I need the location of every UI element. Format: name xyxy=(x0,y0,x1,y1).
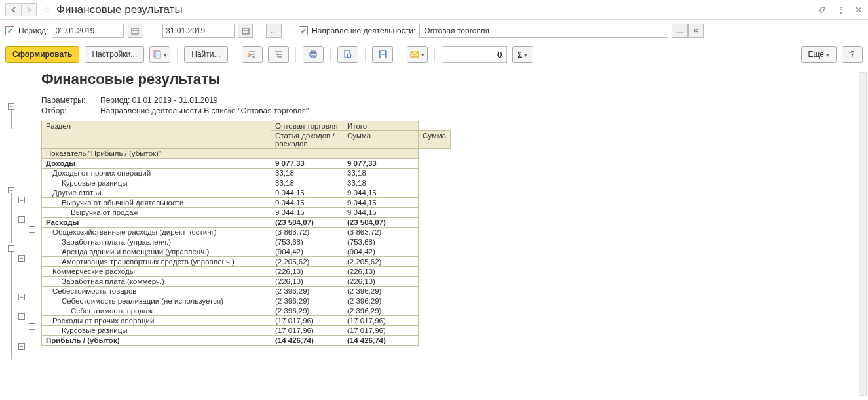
sum-dropdown-button[interactable]: Σ xyxy=(512,46,533,63)
row-value-total: 9 044,15 xyxy=(343,188,419,198)
svg-rect-2 xyxy=(242,28,249,34)
filter-label: Отбор: xyxy=(41,106,100,115)
row-value-total: (3 863,72) xyxy=(343,228,419,237)
tree-collapse-button[interactable]: − xyxy=(18,313,25,320)
row-label: Себестоимость реализации (не используетс… xyxy=(42,296,271,306)
tree-collapse-button[interactable]: − xyxy=(18,216,25,223)
row-value-total: (226,10) xyxy=(343,267,419,277)
filter-value: Направление деятельности В списке "Оптов… xyxy=(100,106,309,115)
row-label: Коммерческие расходы xyxy=(42,267,271,277)
row-label: Себестоимость продаж xyxy=(42,306,271,316)
row-label: Выручка от обычной деятельности xyxy=(42,198,271,208)
help-button[interactable]: ? xyxy=(842,46,863,63)
row-label: Выручка от продаж xyxy=(42,208,271,218)
table-row: Расходы(23 504,07)(23 504,07) xyxy=(42,218,451,228)
vertical-scrollbar[interactable] xyxy=(859,72,867,396)
table-row: Себестоимость продаж(2 396,29)(2 396,29) xyxy=(42,306,451,316)
close-icon[interactable]: ✕ xyxy=(855,5,863,15)
save-button[interactable] xyxy=(372,46,393,63)
nav-forward-button[interactable] xyxy=(21,3,37,16)
date-to-input[interactable]: 31.01.2019 xyxy=(162,24,235,38)
generate-button[interactable]: Сформировать xyxy=(5,46,79,63)
nav-back-button[interactable] xyxy=(5,3,21,16)
row-value-1: (2 396,29) xyxy=(271,306,343,316)
row-value-1: (2 205,62) xyxy=(271,257,343,267)
table-row: Коммерческие расходы(226,10)(226,10) xyxy=(42,267,451,277)
print-button[interactable] xyxy=(303,46,324,63)
svg-rect-5 xyxy=(155,52,160,58)
activity-checkbox[interactable] xyxy=(299,26,308,35)
table-row: Аренда зданий и помещений (управленч.)(9… xyxy=(42,247,451,257)
row-value-total: 9 077,33 xyxy=(343,159,419,169)
row-value-total: (2 396,29) xyxy=(343,287,419,296)
header-sum2: Сумма xyxy=(419,131,451,149)
tree-collapse-button[interactable]: − xyxy=(18,197,25,203)
row-label: Доходы от прочих операций xyxy=(42,169,271,178)
params-label: Параметры: xyxy=(41,96,100,105)
preview-button[interactable] xyxy=(337,46,358,63)
row-value-1: (23 504,07) xyxy=(271,218,343,228)
tree-collapse-button[interactable]: − xyxy=(18,343,25,350)
date-to-calendar-button[interactable] xyxy=(238,24,253,38)
collapse-all-button[interactable] xyxy=(268,46,289,63)
more-button[interactable]: Еще xyxy=(801,46,837,63)
row-value-1: (904,42) xyxy=(271,247,343,257)
tree-collapse-button[interactable]: − xyxy=(8,187,14,193)
row-value-1: (226,10) xyxy=(271,277,343,287)
row-value-total: (23 504,07) xyxy=(343,218,419,228)
svg-rect-20 xyxy=(381,55,385,58)
header-total: Итого xyxy=(343,121,419,131)
report-table: Раздел Оптовая торговля Итого Статья дох… xyxy=(41,121,451,346)
tree-gutter: − − − − − − − − − − − xyxy=(5,71,41,400)
period-checkbox[interactable] xyxy=(5,26,14,35)
table-row: Амортизация транспортных средств (управл… xyxy=(42,257,451,267)
activity-input[interactable]: Оптовая торговля xyxy=(419,24,668,38)
table-row: Общехозяйственные расходы (директ-костин… xyxy=(42,228,451,237)
row-value-total: (753,68) xyxy=(343,237,419,247)
row-value-total: (2 205,62) xyxy=(343,257,419,267)
row-label: Амортизация транспортных средств (управл… xyxy=(42,257,271,267)
tree-collapse-button[interactable]: − xyxy=(29,226,35,233)
row-value-1: (17 017,96) xyxy=(271,316,343,326)
date-from-input[interactable]: 01.01.2019 xyxy=(52,24,124,38)
find-button[interactable]: Найти... xyxy=(184,46,227,63)
table-row: Курсовые разницы33,1833,18 xyxy=(42,178,451,188)
row-value-1: 33,18 xyxy=(271,169,343,178)
tree-collapse-button[interactable]: − xyxy=(18,294,25,300)
paste-dropdown-button[interactable] xyxy=(149,46,170,63)
settings-button[interactable]: Настройки... xyxy=(85,46,144,63)
header-sum1: Сумма xyxy=(343,131,419,149)
table-row: Доходы от прочих операций33,1833,18 xyxy=(42,169,451,178)
row-value-1: (3 863,72) xyxy=(271,228,343,237)
activity-ellipsis-button[interactable]: ... xyxy=(672,24,688,38)
period-label: Период: xyxy=(18,26,48,35)
activity-label: Направление деятельности: xyxy=(312,26,415,35)
header-col1: Оптовая торговля xyxy=(271,121,343,131)
favorite-star-icon[interactable]: ☆ xyxy=(42,3,51,16)
table-row: Прибыль / (убыток)(14 426,74)(14 426,74) xyxy=(42,336,451,346)
tree-collapse-button[interactable]: − xyxy=(29,323,35,330)
svg-rect-13 xyxy=(311,51,315,53)
period-ellipsis-button[interactable]: ... xyxy=(266,24,282,38)
row-value-total: (17 017,96) xyxy=(343,326,419,336)
params-value: Период: 01.01.2019 - 31.01.2019 xyxy=(100,96,218,105)
email-dropdown-button[interactable] xyxy=(407,46,428,63)
row-value-1: (2 396,29) xyxy=(271,296,343,306)
row-label: Курсовые разницы xyxy=(42,178,271,188)
link-icon[interactable] xyxy=(817,5,827,15)
kebab-menu-icon[interactable]: ⋮ xyxy=(837,5,846,15)
row-label: Другие статьи xyxy=(42,188,271,198)
expand-all-button[interactable] xyxy=(242,46,263,63)
row-value-total: (2 396,29) xyxy=(343,306,419,316)
svg-rect-19 xyxy=(381,51,385,54)
tree-collapse-button[interactable]: − xyxy=(8,245,14,252)
row-label: Общехозяйственные расходы (директ-костин… xyxy=(42,228,271,237)
tree-collapse-button[interactable]: − xyxy=(8,103,14,110)
date-from-calendar-button[interactable] xyxy=(128,24,142,38)
row-value-1: 9 044,15 xyxy=(271,208,343,218)
row-value-1: (17 017,96) xyxy=(271,326,343,336)
number-input[interactable] xyxy=(442,46,507,63)
activity-clear-button[interactable]: × xyxy=(688,24,704,38)
tree-collapse-button[interactable]: − xyxy=(18,255,25,262)
row-value-1: 9 077,33 xyxy=(271,159,343,169)
